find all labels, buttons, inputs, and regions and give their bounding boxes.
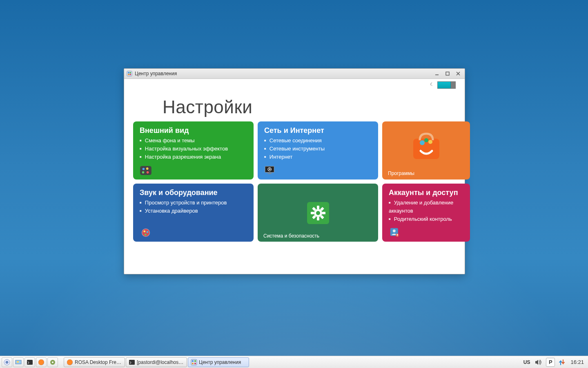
tile-list-item: Интернет — [264, 153, 372, 161]
tile-programs[interactable]: Программы — [382, 121, 470, 180]
window-title: Центр управления — [135, 71, 177, 76]
show-desktop-button[interactable] — [13, 357, 24, 367]
page-heading: Настройки — [163, 97, 456, 117]
rosa-logo-icon — [4, 359, 10, 366]
svg-point-36 — [393, 229, 396, 232]
taskbar-clock[interactable]: 16:21 — [570, 359, 584, 365]
start-menu-button[interactable] — [2, 357, 12, 367]
window-titlebar[interactable]: Центр управления — [124, 69, 465, 79]
tile-system-security[interactable]: Система и безопасность — [258, 184, 378, 242]
parking-indicator[interactable]: P — [546, 358, 555, 367]
svg-point-39 — [397, 236, 398, 236]
tile-list: Просмотр устройств и принтеров Установка… — [140, 199, 247, 215]
firefox-launcher-button[interactable] — [36, 357, 47, 367]
svg-point-24 — [428, 140, 432, 144]
theme-moon-icon: ☾ — [430, 82, 434, 87]
taskbar-task[interactable]: Центр управления — [188, 357, 249, 367]
svg-point-10 — [143, 168, 145, 171]
taskbar-task[interactable]: [pastordi@localhos… — [126, 357, 187, 367]
task-label: [pastordi@localhos… — [137, 359, 183, 365]
tiles-grid: Внешний вид Смена фона и темы Настройка … — [133, 121, 456, 242]
tile-list-item: Просмотр устройств и принтеров — [140, 199, 247, 207]
appearance-palette-icon — [140, 166, 152, 175]
tile-sound-hardware[interactable]: Звук и оборудование Просмотр устройств и… — [133, 184, 254, 242]
tile-caption: Программы — [388, 171, 414, 176]
tile-list-item: Сетевые инструменты — [264, 145, 372, 153]
svg-point-41 — [6, 361, 9, 364]
tile-title: Аккаунты и доступ — [389, 188, 463, 197]
gear-icon — [49, 359, 56, 366]
svg-point-47 — [52, 361, 53, 363]
keyboard-layout-indicator[interactable]: US — [522, 358, 532, 367]
task-label: Центр управления — [199, 359, 241, 365]
svg-point-30 — [145, 233, 147, 236]
svg-rect-20 — [268, 173, 272, 174]
terminal-icon — [129, 359, 135, 366]
tile-caption: Система и безопасность — [263, 233, 319, 239]
control-center-icon — [127, 71, 132, 76]
tile-title: Внешний вид — [140, 126, 247, 135]
tile-list-item: Удаление и добавление аккаунтов — [389, 199, 463, 215]
svg-point-13 — [147, 171, 149, 174]
tile-appearance[interactable]: Внешний вид Смена фона и темы Настройка … — [133, 121, 254, 180]
network-indicator[interactable] — [557, 358, 566, 367]
volume-indicator[interactable] — [534, 358, 543, 367]
user-account-icon — [389, 228, 401, 238]
svg-rect-33 — [317, 206, 319, 209]
svg-rect-3 — [128, 74, 129, 75]
svg-rect-4 — [129, 74, 131, 75]
network-updown-icon — [559, 359, 565, 366]
tile-accounts-access[interactable]: Аккаунты и доступ Удаление и добавление … — [382, 184, 470, 242]
svg-rect-0 — [127, 71, 132, 76]
svg-point-25 — [424, 138, 428, 142]
theme-toggle[interactable] — [437, 81, 456, 89]
tile-network[interactable]: Сеть и Интернет Сетевые соединения Сетев… — [258, 121, 378, 180]
shopping-bag-icon — [408, 130, 444, 162]
tile-list-item: Установка драйверов — [140, 207, 247, 215]
taskbar-task[interactable]: ROSA Desktop Fre… — [64, 357, 125, 367]
svg-rect-51 — [192, 360, 194, 362]
terminal-launcher-button[interactable] — [24, 357, 35, 367]
tile-list-item: Смена фона и темы — [140, 137, 247, 145]
svg-rect-38 — [397, 234, 398, 235]
gear-icon — [306, 201, 330, 225]
settings-launcher-button[interactable] — [47, 357, 58, 367]
task-label: ROSA Desktop Fre… — [75, 359, 121, 365]
desktop-icon — [15, 359, 22, 366]
tile-list-item: Сетевые соединения — [264, 137, 372, 145]
svg-point-12 — [142, 171, 145, 174]
svg-rect-52 — [194, 360, 196, 362]
svg-rect-53 — [192, 363, 194, 364]
desktop-root: Центр управления ☾ Настройки Внешний вид… — [0, 0, 588, 368]
volume-icon — [535, 359, 542, 365]
terminal-icon — [27, 359, 33, 366]
svg-rect-2 — [129, 72, 131, 74]
tile-list: Сетевые соединения Сетевые инструменты И… — [264, 137, 372, 161]
firefox-icon — [67, 359, 73, 366]
tile-list-item: Родительский контроль — [389, 215, 463, 223]
tile-list-item: Настройка визуальных эффектов — [140, 145, 247, 153]
svg-rect-1 — [128, 72, 129, 74]
system-tray: US P 16:21 — [522, 358, 584, 367]
svg-rect-6 — [446, 72, 449, 75]
tile-title: Звук и оборудование — [140, 188, 247, 197]
hardware-globe-icon — [140, 228, 152, 238]
svg-rect-43 — [17, 361, 19, 363]
control-center-window: Центр управления ☾ Настройки Внешний вид… — [124, 68, 465, 274]
firefox-icon — [38, 359, 45, 366]
maximize-button[interactable] — [443, 70, 452, 77]
minimize-button[interactable] — [433, 70, 441, 77]
taskbar: ROSA Desktop Fre… [pastordi@localhos… Це… — [0, 356, 588, 368]
control-center-icon — [191, 359, 197, 366]
svg-point-34 — [316, 211, 320, 215]
tile-title: Сеть и Интернет — [264, 126, 372, 135]
svg-point-29 — [147, 231, 149, 233]
taskbar-launchers — [2, 357, 58, 367]
tile-list-item: Настройка разрешения экрана — [140, 153, 247, 161]
svg-rect-54 — [194, 363, 196, 364]
svg-point-11 — [146, 168, 149, 170]
window-toolbar: ☾ — [430, 81, 456, 89]
network-monitor-icon — [264, 166, 276, 175]
close-button[interactable] — [454, 70, 462, 77]
svg-rect-49 — [129, 360, 135, 365]
